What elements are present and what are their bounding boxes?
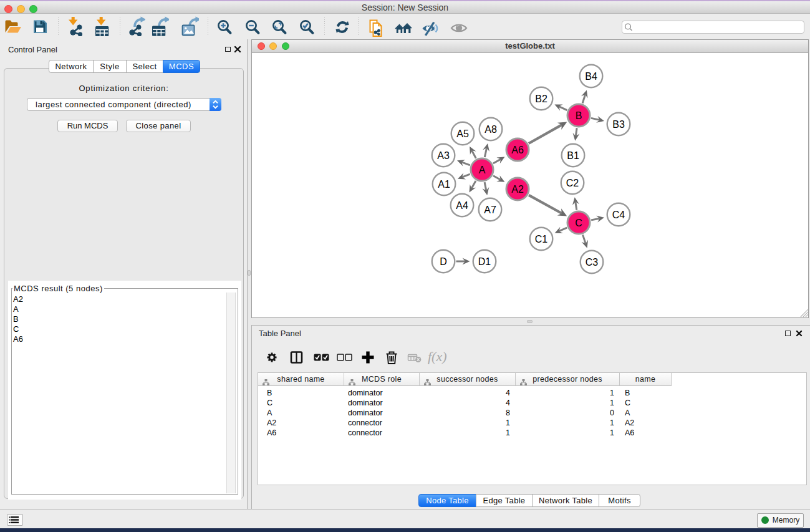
svg-text:B4: B4 [585,71,597,82]
svg-text:C1: C1 [535,234,548,244]
svg-text:A3: A3 [437,150,450,161]
svg-text:D1: D1 [478,256,491,267]
svg-text:B: B [576,110,582,121]
svg-text:C2: C2 [566,178,579,188]
svg-text:A1: A1 [438,179,450,190]
svg-text:B3: B3 [612,119,625,130]
svg-text:C: C [575,218,582,228]
svg-text:A7: A7 [484,205,496,215]
svg-text:A8: A8 [485,124,497,135]
svg-text:B1: B1 [567,150,579,161]
svg-text:C3: C3 [586,257,599,268]
svg-text:A2: A2 [511,184,524,195]
svg-text:B2: B2 [535,94,547,104]
svg-text:D: D [440,256,447,267]
svg-text:A4: A4 [456,200,468,211]
svg-text:A6: A6 [511,145,524,155]
svg-text:C4: C4 [612,210,625,220]
svg-text:A: A [479,165,486,175]
svg-text:A5: A5 [456,128,469,139]
